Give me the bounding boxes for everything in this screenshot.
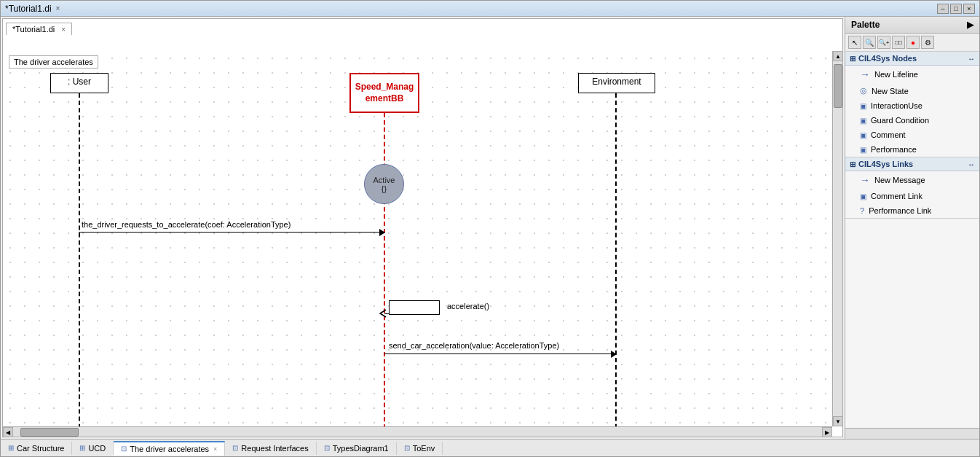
zoom-in-tool[interactable]: 🔍+	[877, 36, 890, 49]
tab-ucd-icon: ⊞	[79, 444, 85, 452]
diagram-label: The driver accelerates	[9, 55, 98, 69]
palette-item-interaction-use[interactable]: ▣ InteractionUse	[845, 98, 979, 113]
nodes-section-expand[interactable]: ↔	[968, 55, 975, 63]
select-tool[interactable]: ↖	[848, 36, 861, 49]
lifeline-env[interactable]: Environment	[578, 73, 655, 93]
tab-toenv-label: ToEnv	[413, 444, 435, 453]
comment-label: Comment	[871, 130, 906, 139]
tab-types-label: TypesDiagram1	[333, 444, 389, 453]
new-state-label: New State	[872, 87, 909, 95]
guard-condition-icon: ▣	[860, 117, 866, 125]
lifeline-user[interactable]: : User	[50, 73, 108, 93]
palette: Palette ▶ ↖ 🔍 🔍+ □□ ● ⚙ ⊞ CIL4Sys Nodes …	[845, 17, 979, 439]
new-lifeline-icon: →	[860, 69, 870, 80]
lifeline-line-env	[615, 93, 617, 426]
palette-item-performance-link[interactable]: ? Performance Link	[845, 203, 979, 218]
message-1-label: the_driver_requests_to_accelerate(coef: …	[82, 220, 291, 229]
comment-icon: ▣	[860, 131, 866, 139]
guard-condition-label: Guard Condition	[871, 116, 929, 125]
tab-car-structure[interactable]: ⊞ Car Structure	[1, 442, 72, 455]
main-window: *Tutorial1.di × – □ × *Tutorial1.di × Th…	[0, 0, 980, 457]
palette-title: Palette	[851, 20, 880, 30]
canvas-container: *Tutorial1.di × The driver accelerates :…	[2, 18, 843, 437]
palette-expand-icon[interactable]: ▶	[967, 20, 973, 30]
lifeline-line-speed	[384, 113, 385, 426]
v-scroll-thumb[interactable]	[834, 64, 842, 108]
diagram-tab-item[interactable]: *Tutorial1.di ×	[6, 23, 72, 35]
v-scrollbar[interactable]: ▲ ▼	[832, 51, 842, 426]
tab-car-structure-label: Car Structure	[17, 444, 64, 453]
title-bar: *Tutorial1.di × – □ ×	[1, 1, 979, 17]
links-section-label: CIL4Sys Links	[858, 160, 913, 168]
message-1-arrowhead	[379, 229, 385, 236]
tab-driver-close[interactable]: ×	[213, 445, 217, 453]
new-state-icon: ◎	[860, 86, 867, 95]
red-dot-tool[interactable]: ●	[906, 36, 920, 49]
palette-section-links-header[interactable]: ⊞ CIL4Sys Links ↔	[845, 157, 979, 171]
new-message-label: New Message	[874, 176, 925, 184]
maximize-button[interactable]: □	[950, 4, 962, 14]
new-message-icon: →	[860, 174, 870, 186]
performance-label: Performance	[871, 145, 917, 154]
window-controls: – □ ×	[937, 4, 975, 14]
palette-item-comment[interactable]: ▣ Comment	[845, 128, 979, 142]
interaction-use-label: InteractionUse	[871, 101, 922, 110]
h-scrollbar[interactable]: ◀ ▶	[3, 426, 832, 437]
palette-item-new-lifeline[interactable]: → New Lifeline	[845, 66, 979, 83]
tab-types-icon: ⊡	[324, 444, 330, 452]
tab-the-driver-accelerates[interactable]: ⊡ The driver accelerates ×	[114, 441, 225, 456]
palette-item-new-state[interactable]: ◎ New State	[845, 83, 979, 98]
diagram-tab-strip: *Tutorial1.di ×	[3, 19, 842, 35]
palette-h-scroll[interactable]	[845, 429, 979, 439]
palette-section-nodes: ⊞ CIL4Sys Nodes ↔ → New Lifeline ◎ New S…	[845, 52, 979, 157]
palette-empty	[845, 219, 979, 428]
minimize-button[interactable]: –	[937, 4, 949, 14]
tab-driver-label: The driver accelerates	[130, 445, 209, 453]
tab-ucd-label: UCD	[88, 444, 106, 453]
close-button[interactable]: ×	[963, 4, 975, 14]
scroll-right-btn[interactable]: ▶	[822, 427, 832, 437]
active-state[interactable]: Active {}	[364, 164, 404, 204]
scroll-left-btn[interactable]: ◀	[3, 427, 13, 437]
palette-item-comment-link[interactable]: ▣ Comment Link	[845, 189, 979, 203]
palette-section-nodes-header[interactable]: ⊞ CIL4Sys Nodes ↔	[845, 52, 979, 66]
zoom-tool[interactable]: 🔍	[863, 36, 876, 49]
palette-item-performance[interactable]: ▣ Performance	[845, 142, 979, 157]
message-2-label: accelerate()	[447, 302, 489, 310]
marquee-tool[interactable]: □□	[892, 36, 905, 49]
comment-link-label: Comment Link	[871, 192, 922, 200]
message-2-box	[389, 300, 440, 315]
tab-to-env[interactable]: ⊡ ToEnv	[397, 442, 443, 455]
message-3-arrowhead	[611, 351, 617, 358]
title-tab-close[interactable]: ×	[56, 4, 60, 12]
links-section-icon: ⊞	[850, 160, 855, 168]
canvas-wrapper: The driver accelerates : User Speed_Mana…	[3, 35, 842, 437]
tab-types-diagram1[interactable]: ⊡ TypesDiagram1	[317, 442, 397, 455]
links-section-expand[interactable]: ↔	[968, 160, 975, 168]
interaction-use-icon: ▣	[860, 102, 866, 110]
tab-request-interfaces[interactable]: ⊡ Request Interfaces	[225, 442, 316, 455]
tab-ucd[interactable]: ⊞ UCD	[72, 442, 114, 455]
scroll-down-btn[interactable]: ▼	[833, 416, 842, 426]
tab-toenv-icon: ⊡	[404, 444, 410, 452]
performance-icon: ▣	[860, 146, 866, 154]
diagram-canvas[interactable]: : User Speed_Manag ementBB Environment	[3, 51, 832, 426]
message-1-line	[79, 232, 384, 233]
scroll-up-btn[interactable]: ▲	[833, 51, 842, 61]
nodes-section-icon: ⊞	[850, 55, 855, 63]
performance-link-icon: ?	[860, 206, 864, 215]
bottom-tab-bar: ⊞ Car Structure ⊞ UCD ⊡ The driver accel…	[1, 439, 979, 456]
h-scroll-thumb[interactable]	[20, 428, 79, 437]
palette-item-guard-condition[interactable]: ▣ Guard Condition	[845, 113, 979, 128]
tab-request-icon: ⊡	[232, 444, 238, 452]
main-area: *Tutorial1.di × The driver accelerates :…	[1, 17, 979, 439]
message-3-line	[384, 354, 617, 354]
settings-tool[interactable]: ⚙	[921, 36, 934, 49]
palette-section-links: ⊞ CIL4Sys Links ↔ → New Message ▣ Commen…	[845, 157, 979, 219]
message-3-label: send_car_acceleration(value: Acceleratio…	[389, 341, 559, 350]
lifeline-speed[interactable]: Speed_Manag ementBB	[349, 73, 419, 113]
palette-item-new-message[interactable]: → New Message	[845, 171, 979, 189]
palette-header: Palette ▶	[845, 17, 979, 34]
diagram-tab-close[interactable]: ×	[61, 26, 66, 34]
tab-driver-icon: ⊡	[121, 445, 127, 453]
